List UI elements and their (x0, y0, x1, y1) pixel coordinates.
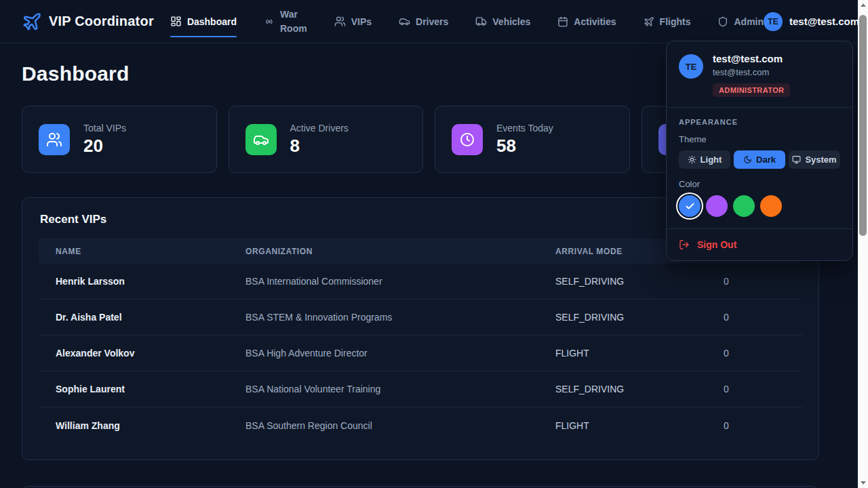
stat-label: Active Drivers (290, 123, 349, 134)
nav-item-dashboard[interactable]: Dashboard (170, 16, 237, 27)
table-row: Alexander Volkov BSA High Adventure Dire… (39, 336, 802, 371)
nav-item-war-room[interactable]: War Room (264, 7, 307, 35)
column-header-organization: ORGANIZATION (229, 247, 538, 256)
main-nav: Dashboard War Room VIPs Drivers Vehicles… (170, 7, 764, 35)
nav-item-flights[interactable]: Flights (644, 16, 691, 27)
theme-switcher: Light Dark System (679, 150, 840, 169)
theme-button-label: Light (701, 155, 722, 165)
column-header-name: NAME (39, 247, 229, 256)
truck-icon (475, 16, 487, 27)
table-row: William Zhang BSA Southern Region Counci… (39, 407, 802, 443)
sign-out-label: Sign Out (697, 239, 736, 250)
scroll-up-button[interactable] (858, 0, 868, 10)
stat-card-total-vips: Total VIPs 20 (22, 106, 217, 173)
vip-arrival-mode: SELF_DRIVING (538, 312, 707, 323)
vip-name: Sophie Laurent (39, 384, 229, 394)
avatar: TE (679, 54, 703, 79)
role-badge: ADMINISTRATOR (713, 83, 790, 97)
scroll-up-arrow-icon (861, 3, 866, 7)
stat-value: 58 (496, 136, 553, 157)
dropdown-user-name: test@test.com (713, 53, 790, 64)
plane-icon (644, 16, 654, 27)
users-icon (334, 16, 346, 27)
logout-icon (679, 239, 690, 250)
shield-icon (717, 16, 728, 27)
scroll-down-arrow-icon (861, 481, 866, 485)
brand-title: VIP Coordinator (49, 14, 154, 29)
vip-organization: BSA International Commissioner (229, 276, 538, 287)
clock-icon (452, 124, 483, 155)
stat-value: 8 (290, 136, 349, 157)
vertical-scrollbar[interactable] (858, 0, 868, 488)
nav-item-drivers[interactable]: Drivers (399, 16, 448, 27)
theme-button-label: System (805, 155, 836, 165)
brand[interactable]: VIP Coordinator (22, 12, 154, 32)
vip-arrival-mode: FLIGHT (538, 420, 707, 431)
nav-label: Vehicles (492, 16, 530, 27)
theme-system-button[interactable]: System (789, 150, 840, 169)
vip-events: 0 (707, 312, 802, 323)
stat-label: Events Today (496, 123, 553, 134)
nav-label: VIPs (351, 16, 372, 27)
sign-out-button[interactable]: Sign Out (667, 229, 852, 260)
vip-name: Alexander Volkov (39, 348, 229, 359)
vip-name: Henrik Larsson (39, 276, 229, 287)
scrollbar-thumb[interactable] (859, 15, 867, 236)
color-label: Color (679, 179, 840, 189)
vip-events: 0 (707, 420, 802, 431)
table-row: Henrik Larsson BSA International Commiss… (39, 264, 802, 300)
nav-label: Flights (660, 16, 691, 27)
nav-label: War Room (280, 7, 307, 35)
vip-name: William Zhang (39, 420, 229, 431)
dropdown-user-email: test@test.com (713, 67, 790, 77)
avatar: TE (764, 12, 783, 31)
table-row: Sophie Laurent BSA National Volunteer Tr… (39, 371, 802, 407)
vip-organization: BSA Southern Region Council (229, 420, 538, 431)
car-icon (399, 16, 410, 27)
vip-arrival-mode: SELF_DRIVING (538, 384, 707, 394)
user-dropdown-menu: TE test@test.com test@test.com ADMINISTR… (666, 41, 853, 261)
table-row: Dr. Aisha Patel BSA STEM & Innovation Pr… (39, 300, 802, 336)
scroll-down-button[interactable] (858, 478, 868, 488)
nav-label: Dashboard (187, 16, 237, 27)
stat-value: 20 (83, 136, 126, 157)
vip-organization: BSA STEM & Innovation Programs (229, 312, 538, 323)
color-swatch-green[interactable] (733, 195, 755, 217)
user-menu-trigger[interactable]: TE test@test.com (764, 12, 868, 31)
plane-logo-icon (22, 12, 42, 32)
stat-card-events-today: Events Today 58 (435, 106, 630, 173)
vip-name: Dr. Aisha Patel (39, 312, 229, 323)
calendar-icon (557, 16, 568, 27)
top-navbar: VIP Coordinator Dashboard War Room VIPs … (0, 0, 868, 43)
nav-label: Admin (734, 16, 764, 27)
nav-item-vips[interactable]: VIPs (334, 16, 372, 27)
monitor-icon (792, 155, 801, 164)
vip-organization: BSA National Volunteer Training (229, 384, 538, 394)
vip-events: 0 (707, 276, 802, 287)
theme-label: Theme (679, 134, 840, 144)
vip-arrival-mode: SELF_DRIVING (538, 276, 707, 287)
stat-card-active-drivers: Active Drivers 8 (229, 106, 424, 173)
radio-icon (264, 16, 275, 27)
vip-arrival-mode: FLIGHT (538, 348, 707, 359)
color-swatch-orange[interactable] (760, 195, 782, 217)
nav-item-admin[interactable]: Admin (717, 16, 764, 27)
appearance-label: APPEARANCE (679, 118, 840, 126)
appearance-section: APPEARANCE Theme Light Dark System Color (667, 108, 852, 229)
theme-button-label: Dark (756, 155, 776, 165)
theme-light-button[interactable]: Light (679, 150, 730, 169)
vip-organization: BSA High Adventure Director (229, 348, 538, 359)
theme-dark-button[interactable]: Dark (734, 150, 785, 169)
nav-label: Drivers (416, 16, 448, 27)
car-icon (245, 124, 277, 155)
color-swatch-purple[interactable] (706, 195, 728, 217)
color-picker (679, 195, 840, 217)
sun-icon (688, 155, 696, 164)
nav-item-vehicles[interactable]: Vehicles (475, 16, 530, 27)
dashboard-icon (170, 16, 182, 27)
nav-item-activities[interactable]: Activities (557, 16, 616, 27)
color-swatch-blue[interactable] (679, 195, 701, 217)
user-email: test@test.com (789, 16, 859, 27)
moon-icon (743, 155, 752, 164)
nav-label: Activities (574, 16, 616, 27)
